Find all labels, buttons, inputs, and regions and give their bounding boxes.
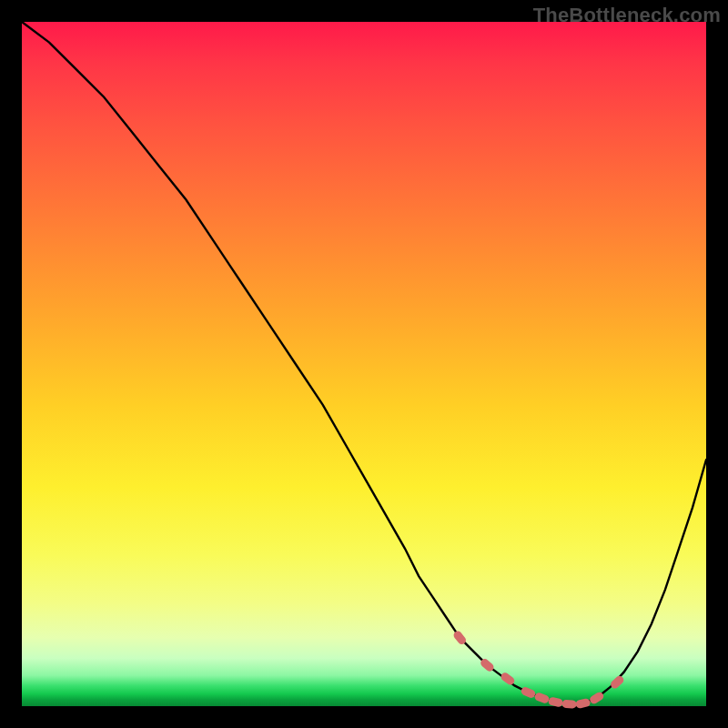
plot-area [22,22,706,706]
watermark-text: TheBottleneck.com [533,4,721,27]
marker-dot [575,698,592,709]
data-markers [452,630,625,709]
marker-dot [548,696,564,707]
chart-stage: TheBottleneck.com [0,0,728,728]
chart-svg [22,22,706,706]
marker-dot [561,700,576,709]
marker-dot [533,692,550,704]
marker-dot [520,686,536,700]
curve-line [22,22,706,704]
marker-dot [609,674,625,691]
